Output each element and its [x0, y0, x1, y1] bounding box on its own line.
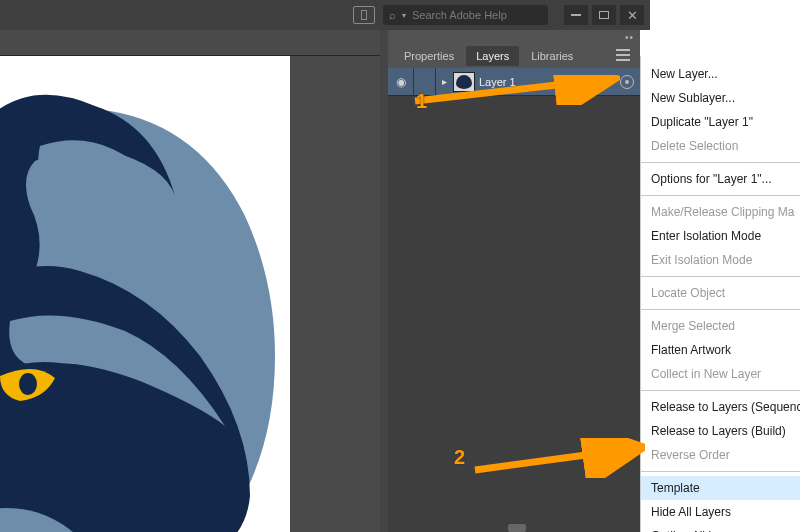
- search-placeholder: Search Adobe Help: [412, 9, 507, 21]
- panel-gripper[interactable]: ••: [388, 30, 640, 44]
- close-button[interactable]: ✕: [620, 5, 644, 25]
- app-titlebar: ⌕ ▾ Search Adobe Help ✕: [0, 0, 650, 30]
- menu-delete-selection: Delete Selection: [641, 134, 800, 158]
- menu-release-to-layers-build[interactable]: Release to Layers (Build): [641, 419, 800, 443]
- menu-collect-new-layer: Collect in New Layer: [641, 362, 800, 386]
- menu-separator: [641, 309, 800, 310]
- menu-new-sublayer[interactable]: New Sublayer...: [641, 86, 800, 110]
- annotation-number-2: 2: [454, 446, 465, 469]
- layer-thumbnail[interactable]: [453, 72, 475, 92]
- artboard[interactable]: [0, 56, 290, 532]
- panel-tabs: Properties Layers Libraries: [388, 44, 640, 68]
- tab-libraries[interactable]: Libraries: [521, 46, 583, 66]
- tab-layers[interactable]: Layers: [466, 46, 519, 66]
- maximize-button[interactable]: [592, 5, 616, 25]
- menu-release-to-layers-sequence[interactable]: Release to Layers (Sequenc: [641, 395, 800, 419]
- menu-new-layer[interactable]: New Layer...: [641, 62, 800, 86]
- help-search-field[interactable]: ⌕ ▾ Search Adobe Help: [383, 5, 548, 25]
- window-controls: ✕: [564, 5, 644, 25]
- menu-hide-all-layers[interactable]: Hide All Layers: [641, 500, 800, 524]
- menu-options-for-layer[interactable]: Options for "Layer 1"...: [641, 167, 800, 191]
- search-icon: ⌕: [389, 9, 396, 21]
- panel-divider[interactable]: [380, 30, 388, 532]
- workspace-switcher-button[interactable]: [353, 6, 375, 24]
- tab-properties[interactable]: Properties: [394, 46, 464, 66]
- menu-separator: [641, 471, 800, 472]
- eye-icon: ◉: [396, 75, 406, 89]
- grizzly-artwork: [0, 56, 290, 532]
- layers-panel-body: ◉ ▸ Layer 1: [388, 68, 640, 532]
- menu-outline-all-layers[interactable]: Outline All Layers: [641, 524, 800, 532]
- disclosure-triangle[interactable]: ▸: [440, 76, 449, 87]
- panel-resize-handle[interactable]: [508, 524, 526, 532]
- menu-exit-isolation: Exit Isolation Mode: [641, 248, 800, 272]
- chevron-down-icon: ▾: [402, 11, 406, 20]
- visibility-toggle[interactable]: ◉: [388, 68, 414, 95]
- target-icon[interactable]: [620, 75, 634, 89]
- annotation-number-1: 1: [416, 90, 427, 113]
- menu-locate-object: Locate Object: [641, 281, 800, 305]
- menu-merge-selected: Merge Selected: [641, 314, 800, 338]
- document-tab-bar[interactable]: [0, 30, 380, 56]
- menu-flatten-artwork[interactable]: Flatten Artwork: [641, 338, 800, 362]
- menu-reverse-order: Reverse Order: [641, 443, 800, 467]
- layer-name-label[interactable]: Layer 1: [479, 76, 616, 88]
- menu-separator: [641, 162, 800, 163]
- menu-make-release-clipping: Make/Release Clipping Ma: [641, 200, 800, 224]
- menu-separator: [641, 276, 800, 277]
- menu-separator: [641, 195, 800, 196]
- panel-flyout-button[interactable]: [612, 44, 634, 66]
- menu-enter-isolation[interactable]: Enter Isolation Mode: [641, 224, 800, 248]
- menu-duplicate-layer[interactable]: Duplicate "Layer 1": [641, 110, 800, 134]
- layers-panel-flyout-menu: New Layer... New Sublayer... Duplicate "…: [640, 56, 800, 532]
- svg-point-0: [19, 373, 37, 395]
- minimize-button[interactable]: [564, 5, 588, 25]
- menu-separator: [641, 390, 800, 391]
- menu-template[interactable]: Template: [641, 476, 800, 500]
